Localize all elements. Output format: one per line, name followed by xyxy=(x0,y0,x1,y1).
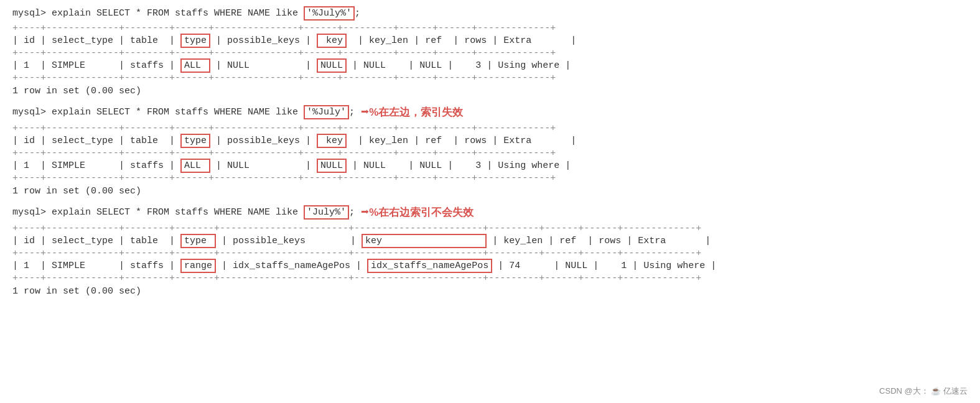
header-rest-2: | possible_keys | xyxy=(210,136,317,146)
sep-top-2: +----+-------------+--------+------+----… xyxy=(12,123,968,134)
sql-prefix-3: mysql> explain SELECT * FROM staffs WHER… xyxy=(12,207,304,218)
data-id-2: | 1 | SIMPLE | staffs | xyxy=(12,160,180,171)
footer-text: CSDN @大： xyxy=(879,386,929,396)
sep-mid-3: +----+-------------+--------+-------+---… xyxy=(12,248,968,259)
sep-bot-1: +----+-------------+--------+------+----… xyxy=(12,73,968,83)
data-type-1: ALL xyxy=(180,58,210,73)
sep-mid-1: +----+-------------+--------+------+----… xyxy=(12,48,968,58)
footer: CSDN @大： ☕ 亿速云 xyxy=(879,386,968,397)
data-rest-2: | NULL | NULL | 3 | Using where | xyxy=(347,160,571,171)
footer-brand: 亿速云 xyxy=(943,386,968,396)
row-count-3: 1 row in set (0.00 sec) xyxy=(12,286,968,297)
sql-value-2: '%July' xyxy=(304,105,349,119)
header-rest2-2: | key_len | ref | rows | Extra | xyxy=(347,136,576,146)
sep-bot-3: +----+-------------+--------+-------+---… xyxy=(12,273,968,284)
header-type-3: type xyxy=(180,234,216,248)
data-rest-1: | NULL | NULL | 3 | Using where | xyxy=(347,60,571,71)
header-rest3: | key_len | ref | rows | Extra | xyxy=(487,236,711,246)
data-row-2: | 1 | SIMPLE | staffs | ALL | NULL | NUL… xyxy=(12,159,968,173)
section2: mysql> explain SELECT * FROM staffs WHER… xyxy=(12,104,968,197)
data-type-3: range xyxy=(180,259,216,273)
sql-prefix-1: mysql> explain SELECT * FROM staffs WHER… xyxy=(12,8,304,19)
header-rest-1: | possible_keys | xyxy=(210,35,317,46)
data-row-1: | 1 | SIMPLE | staffs | ALL | NULL | NUL… xyxy=(12,58,968,73)
sql-prefix-2: mysql> explain SELECT * FROM staffs WHER… xyxy=(12,107,304,118)
header-key-1: key xyxy=(317,34,347,48)
arrow-icon-3: ➡ xyxy=(361,204,369,221)
footer-brand-icon: ☕ xyxy=(931,386,941,396)
sep-mid-2: +----+-------------+--------+------+----… xyxy=(12,148,968,159)
sql-line-2: mysql> explain SELECT * FROM staffs WHER… xyxy=(12,104,968,121)
sql-suffix-3: ; xyxy=(349,207,355,218)
sql-line-1: mysql> explain SELECT * FROM staffs WHER… xyxy=(12,6,968,21)
header-row-1: | id | select_type | table | type | poss… xyxy=(12,34,968,48)
section1: mysql> explain SELECT * FROM staffs WHER… xyxy=(12,6,968,96)
sql-value-1: '%July%' xyxy=(304,6,355,21)
annotation-2: %在左边，索引失效 xyxy=(369,105,463,119)
header-row-2: | id | select_type | table | type | poss… xyxy=(12,134,968,148)
arrow-icon-2: ➡ xyxy=(361,104,369,121)
header-type-2: type xyxy=(180,134,210,148)
sep-top-3: +----+-------------+--------+-------+---… xyxy=(12,223,968,234)
header-id-1: | id | select_type | table | xyxy=(12,35,180,46)
sep-top-1: +----+-------------+--------+------+----… xyxy=(12,23,968,34)
sql-suffix-1: ; xyxy=(355,8,360,19)
header-type-1: type xyxy=(180,34,210,48)
header-key-3: key xyxy=(362,234,487,248)
header-key-2: key xyxy=(317,134,347,148)
sql-value-3: 'July%' xyxy=(304,205,349,220)
section3: mysql> explain SELECT * FROM staffs WHER… xyxy=(12,204,968,297)
data-row-3: | 1 | SIMPLE | staffs | range | idx_staf… xyxy=(12,259,968,273)
table-output-2: +----+-------------+--------+------+----… xyxy=(12,123,968,183)
sql-suffix-2: ; xyxy=(349,107,355,118)
table-output-3: +----+-------------+--------+-------+---… xyxy=(12,223,968,284)
data-keys-3: | idx_staffs_nameAgePos | xyxy=(216,261,367,271)
header-keys-3: | possible_keys | xyxy=(216,236,362,246)
data-rest-3: | 74 | NULL | 1 | Using where | xyxy=(492,261,716,271)
header-id-2: | id | select_type | table | xyxy=(12,136,180,146)
data-type-2: ALL xyxy=(180,159,210,173)
data-id-1: | 1 | SIMPLE | staffs | xyxy=(12,60,180,71)
data-key-1: NULL xyxy=(317,58,347,73)
sep-bot-2: +----+-------------+--------+------+----… xyxy=(12,173,968,183)
data-key-2: NULL xyxy=(317,159,347,173)
row-count-1: 1 row in set (0.00 sec) xyxy=(12,86,968,96)
data-id-3: | 1 | SIMPLE | staffs | xyxy=(12,261,180,271)
sql-line-3: mysql> explain SELECT * FROM staffs WHER… xyxy=(12,204,968,221)
header-rest2-1: | key_len | ref | rows | Extra | xyxy=(347,35,576,46)
header-row-3: | id | select_type | table | type | poss… xyxy=(12,234,968,248)
data-keys-2: | NULL | xyxy=(210,160,317,171)
data-key-3: idx_staffs_nameAgePos xyxy=(367,259,492,273)
annotation-3: %在右边索引不会失效 xyxy=(369,205,474,220)
header-id-3: | id | select_type | table | xyxy=(12,236,180,246)
table-output-1: +----+-------------+--------+------+----… xyxy=(12,23,968,83)
row-count-2: 1 row in set (0.00 sec) xyxy=(12,186,968,197)
data-keys-1: | NULL | xyxy=(210,60,317,71)
